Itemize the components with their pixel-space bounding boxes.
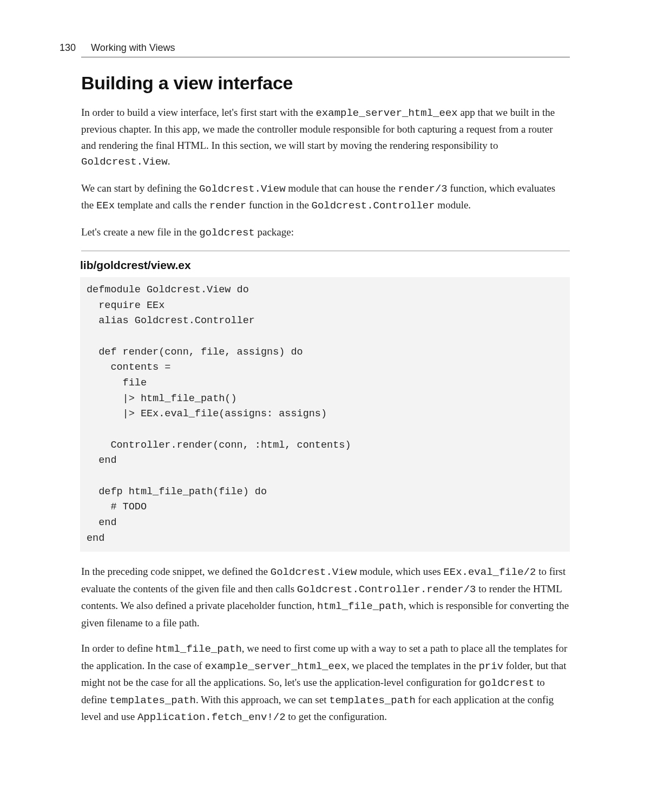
text: In the preceding code snippet, we define… xyxy=(81,566,271,577)
content-area: Building a view interface In order to bu… xyxy=(81,73,570,725)
text: We can start by defining the xyxy=(81,182,199,194)
code-file-path: lib/goldcrest/view.ex xyxy=(80,259,570,272)
code-inline: render xyxy=(209,200,246,212)
paragraph-2: We can start by defining the Goldcrest.V… xyxy=(81,180,570,214)
text: module that can house the xyxy=(286,182,398,194)
page-number: 130 xyxy=(54,42,76,54)
code-block: defmodule Goldcrest.View do require EEx … xyxy=(80,277,570,552)
section-rule xyxy=(81,251,570,251)
code-inline: goldcrest xyxy=(479,677,535,689)
text: module, which uses xyxy=(357,566,443,577)
code-inline: EEx.eval_file/2 xyxy=(443,566,536,578)
code-inline: priv xyxy=(478,660,503,672)
page-container: 130 Working with Views Building a view i… xyxy=(0,0,651,768)
code-inline: goldcrest xyxy=(199,227,255,239)
code-inline: render/3 xyxy=(398,183,447,195)
text: package: xyxy=(255,226,294,238)
section-title: Building a view interface xyxy=(81,73,570,94)
code-inline: EEx xyxy=(96,200,115,212)
paragraph-3: Let's create a new file in the goldcrest… xyxy=(81,224,570,241)
page-header: 130 Working with Views xyxy=(54,42,570,54)
chapter-title: Working with Views xyxy=(91,42,175,54)
text: module. xyxy=(435,199,471,211)
paragraph-5: In order to define html_file_path, we ne… xyxy=(81,640,570,725)
code-inline: templates_path xyxy=(329,695,416,706)
code-inline: example_server_html_eex xyxy=(205,660,346,672)
paragraph-1: In order to build a view interface, let'… xyxy=(81,104,570,171)
code-inline: html_file_path xyxy=(155,643,242,655)
code-inline: example_server_html_eex xyxy=(315,107,457,119)
text: . With this approach, we can set xyxy=(196,694,329,705)
code-inline: Goldcrest.View xyxy=(81,156,168,168)
code-inline: Goldcrest.Controller.render/3 xyxy=(297,584,476,595)
text: template and calls the xyxy=(115,199,209,211)
text: function in the xyxy=(246,199,311,211)
header-rule xyxy=(81,57,570,57)
code-inline: Goldcrest.View xyxy=(271,566,357,578)
code-inline: Goldcrest.Controller xyxy=(312,200,435,212)
code-inline: Application.fetch_env!/2 xyxy=(137,711,286,723)
code-inline: templates_path xyxy=(109,695,196,706)
text: Let's create a new file in the xyxy=(81,226,199,238)
text: to get the configuration. xyxy=(286,711,387,722)
text: In order to build a view interface, let'… xyxy=(81,107,315,118)
code-inline: Goldcrest.View xyxy=(199,183,286,195)
text: In order to define xyxy=(81,643,155,654)
text: , we placed the templates in the xyxy=(347,660,479,671)
code-inline: html_file_path xyxy=(317,600,404,612)
paragraph-4: In the preceding code snippet, we define… xyxy=(81,564,570,631)
text: . xyxy=(168,155,170,167)
